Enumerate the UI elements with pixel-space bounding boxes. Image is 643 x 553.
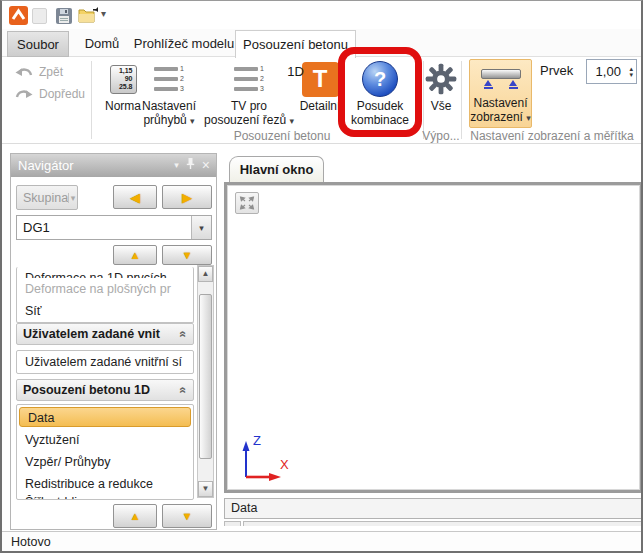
navigator-list-concrete: Data Vyztužení Vzpěr/ Průhyby Redistribu…: [16, 404, 194, 500]
axis-z-label: Z: [253, 433, 261, 448]
dropdown-arrow-icon: ▾: [526, 113, 531, 123]
deflection-settings-label: Nastavení průhybů ▾: [142, 99, 196, 128]
group-combobox[interactable]: DG1 ▾: [16, 215, 212, 240]
dropdown-arrow-icon: ▾: [190, 116, 195, 126]
tv-sections-button[interactable]: 1 2 3 TV pro posouzení řezů ▾: [205, 59, 293, 128]
calculate-all-button[interactable]: Vše: [422, 59, 460, 113]
tab-soubor[interactable]: Soubor: [7, 31, 69, 57]
pin-icon[interactable]: [186, 154, 195, 177]
dropdown-arrow-icon: ▾: [289, 116, 294, 126]
group-label-vypocet: Výpo...: [422, 129, 460, 143]
deflection-settings-button[interactable]: 1 2 3 Nastavení průhybů ▾: [136, 59, 202, 128]
detail-t-icon: T: [302, 62, 339, 97]
scroll-down-button[interactable]: ▼: [198, 481, 213, 497]
group-label-nastaveni-zobrazeni: Nastavení zobrazení a měřítka: [464, 129, 640, 143]
list-item[interactable]: Deformace na 1D prvcích: [17, 267, 193, 278]
up-arrow-icon: ▲: [130, 249, 141, 261]
nav-bottom-down-button[interactable]: ▼: [162, 504, 212, 528]
scrollbar-thumb[interactable]: [199, 294, 212, 459]
dropdown-arrow-icon[interactable]: ▾: [68, 193, 77, 203]
redo-icon: [14, 87, 34, 101]
detail-label: Detailní: [300, 99, 341, 113]
list-item-selected[interactable]: Data: [19, 407, 191, 427]
scroll-up-button[interactable]: ▲: [198, 266, 213, 282]
prvek-value[interactable]: 1,00: [587, 64, 629, 79]
group-label-posouzeni-betonu: Posouzení betonu: [182, 129, 382, 143]
list-lines-icon: 1 2 3: [234, 66, 264, 92]
ribbon-tab-row: Soubor Domů Prohlížeč modelu Posouzení b…: [2, 29, 641, 57]
axis-x-label: X: [280, 457, 289, 472]
norma-icon-line: 90: [125, 75, 133, 83]
nav-prev-button[interactable]: ◀: [113, 185, 157, 209]
spinner-down-icon[interactable]: ▾: [629, 72, 633, 78]
open-folder-icon[interactable]: [78, 6, 100, 28]
undo-button[interactable]: Zpět: [14, 65, 63, 79]
close-icon[interactable]: ×: [202, 160, 210, 171]
nav-group-header-posouzeni[interactable]: Posouzení betonu 1D «: [16, 379, 194, 401]
skupina-label: Skupina: [17, 191, 68, 205]
fit-view-button[interactable]: [235, 192, 259, 214]
nav-up-button[interactable]: ▲: [113, 245, 157, 265]
undo-label: Zpět: [39, 65, 63, 79]
check-combination-button[interactable]: ? Posudek kombinace: [341, 59, 419, 127]
up-arrow-icon: ▲: [130, 510, 141, 522]
collapse-chevron-icon[interactable]: «: [177, 331, 191, 338]
save-icon[interactable]: [55, 7, 73, 28]
list-item[interactable]: Síť: [17, 300, 193, 322]
navigator-header: Navigátor ▾ ×: [11, 154, 216, 177]
main-window-tab[interactable]: Hlavní okno: [229, 156, 324, 182]
redo-label: Dopředu: [39, 87, 85, 101]
list-item[interactable]: Deformace na plošných pr: [17, 278, 193, 300]
status-bar: Hotovo: [2, 531, 641, 552]
redo-button[interactable]: Dopředu: [14, 87, 85, 101]
right-arrow-icon: ▶: [182, 190, 192, 205]
question-sphere-icon: ?: [362, 61, 398, 97]
nav-next-button[interactable]: ▶: [162, 185, 212, 209]
prvek-label: Prvek: [540, 63, 573, 78]
hscroll-track[interactable]: [243, 521, 643, 526]
navigator-list-results: Deformace na 1D prvcích Deformace na plo…: [16, 267, 194, 323]
navigator-title: Navigátor: [18, 158, 74, 173]
status-text: Hotovo: [11, 535, 51, 549]
navigator-scrollbar[interactable]: ▲ ▼: [197, 265, 214, 498]
beam-icon: [481, 69, 521, 89]
navigator-list-user-defined: Uživatelem zadané vnitřní sí: [16, 350, 194, 374]
list-lines-icon: 1 2 3: [154, 66, 184, 92]
nav-bottom-up-button[interactable]: ▲: [113, 504, 157, 528]
coordinate-axes: Z X: [233, 433, 293, 489]
prvek-spinner[interactable]: 1,00 ▴ ▾: [586, 59, 637, 84]
norma-icon-line: 1,15: [119, 67, 133, 75]
quick-access-dropdown-icon[interactable]: ▾: [101, 8, 106, 19]
combobox-dropdown-icon[interactable]: ▾: [191, 216, 211, 239]
list-item[interactable]: Šířky trhlin: [17, 495, 193, 499]
nav-down-button[interactable]: ▼: [162, 245, 212, 265]
navigator-menu-icon[interactable]: ▾: [174, 160, 179, 171]
collapse-chevron-icon[interactable]: «: [177, 387, 191, 394]
ribbon-separator: [461, 61, 462, 139]
nav-group-header-uzivatelem[interactable]: Uživatelem zadané vnit «: [16, 323, 194, 345]
list-item[interactable]: Vzpěr/ Průhyby: [17, 451, 193, 473]
hscroll-button[interactable]: [224, 521, 241, 526]
list-item[interactable]: Vyztužení: [17, 429, 193, 451]
app-logo-icon[interactable]: [9, 6, 28, 25]
check-combination-label: Posudek kombinace: [351, 99, 409, 127]
down-arrow-icon: ▼: [182, 249, 193, 261]
title-bar: ▾: [2, 1, 641, 29]
norma-icon: 1,15 90 25.8: [110, 65, 137, 94]
main-3d-canvas[interactable]: Z X: [224, 182, 643, 493]
new-document-icon[interactable]: [32, 8, 47, 24]
data-panel-header[interactable]: Data: [224, 498, 643, 519]
tab-prohlizec-modelu[interactable]: Prohlížeč modelu: [132, 31, 236, 57]
list-item[interactable]: Redistribuce a redukce: [17, 473, 193, 495]
display-settings-button[interactable]: Nastavení zobrazení ▾: [469, 59, 532, 128]
skupina-button[interactable]: Skupina ▾: [16, 185, 78, 210]
calculate-all-label: Vše: [431, 99, 452, 113]
down-arrow-icon: ▼: [182, 510, 193, 522]
ribbon-separator: [91, 61, 92, 139]
display-settings-label: Nastavení zobrazení ▾: [470, 96, 531, 125]
tab-posouzeni-betonu-1d[interactable]: Posouzení betonu 1D: [235, 30, 356, 58]
tab-domu[interactable]: Domů: [74, 31, 130, 57]
group-combobox-value: DG1: [17, 220, 191, 235]
app-window: ▾ Soubor Domů Prohlížeč modelu Posouzení…: [0, 0, 643, 553]
list-item[interactable]: Uživatelem zadané vnitřní sí: [17, 351, 193, 373]
